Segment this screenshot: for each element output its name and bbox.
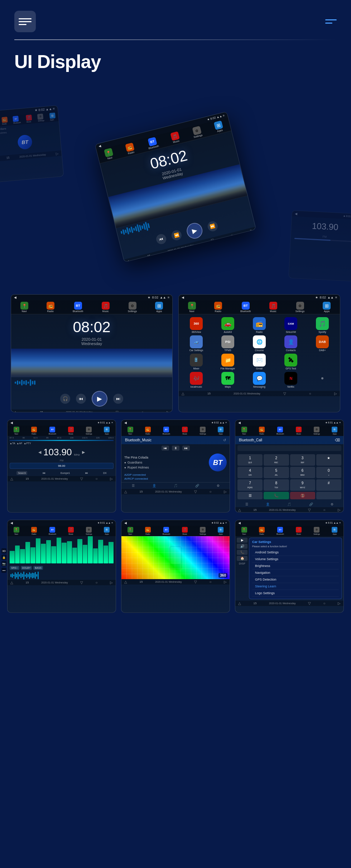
key-8[interactable]: 8TUV	[264, 479, 289, 491]
nav-settings-r[interactable]: ⚙ Settings	[295, 302, 304, 312]
three-col-grid-1: ◀ ★ 8:01 ▲▲ ≡ 📍Navi 📻Radio BTBluetooth 🎵…	[0, 420, 351, 513]
nav-navi-l[interactable]: 📍 Navi	[20, 302, 28, 312]
app-netflix[interactable]: N Netflix	[276, 372, 306, 388]
nav-music-r[interactable]: 🎵 Music	[269, 302, 277, 312]
setting-steering[interactable]: Steering Learn	[252, 583, 339, 590]
home-ctrl[interactable]: 🏠	[237, 556, 247, 561]
vol-ctrl[interactable]: 🔊	[237, 544, 247, 549]
nav-apps-l[interactable]: ⊞ Apps	[155, 302, 163, 312]
freq-left-arrow[interactable]: ◀	[38, 450, 41, 455]
prev-l[interactable]: ⏮	[76, 394, 86, 404]
bt-prev[interactable]: ⏮	[162, 446, 169, 451]
key-0plus[interactable]: 0+	[316, 467, 341, 478]
nav-radio-l[interactable]: 📻 Radio	[47, 302, 54, 312]
app-autokit[interactable]: 🚗 AutoKit	[213, 317, 242, 333]
play-button[interactable]: ▶	[185, 221, 204, 240]
end-call-button[interactable]: 📵	[290, 492, 315, 499]
nav-music[interactable]: 🎵 Music	[170, 131, 181, 144]
app-gpstest[interactable]: 🛰 GPS Test	[276, 354, 306, 370]
bt-call-bottom-icons[interactable]: ☰ 👤 🎵 🔗 ⚙	[235, 501, 343, 507]
menu-button[interactable]	[14, 11, 36, 32]
settings-dialog: Car Settings Please select a function bu…	[249, 538, 342, 599]
nav-radio-r[interactable]: 📻 Radio	[214, 302, 222, 312]
player-left[interactable]: 🎧 ⏮ ▶ ⏭	[11, 388, 172, 409]
app-carsettings[interactable]: 🚙 Car Settings	[182, 335, 211, 351]
freq-right-arrow[interactable]: ▶	[82, 450, 85, 455]
key-2[interactable]: 2REC	[264, 454, 289, 466]
setting-android[interactable]: Android Settings	[252, 549, 339, 556]
app-dab[interactable]: DAB DAB+	[308, 335, 337, 351]
forward-button[interactable]: ⏩	[207, 220, 219, 232]
app-filemanager[interactable]: 📁 File Manager	[213, 354, 242, 370]
search-button[interactable]: Search	[16, 471, 27, 475]
top-right-menu[interactable]	[325, 19, 337, 24]
nav-bt-r[interactable]: BT Bluetooth	[240, 302, 251, 312]
nav-settings-l[interactable]: ⚙ Settings	[128, 302, 137, 312]
bt-call-nav[interactable]: 📍Navi 📻Radio BTBluetooth 🎵Music ⚙Setting…	[235, 426, 343, 436]
bt-music-nav[interactable]: 📍Navi 📻Radio BTBluetooth 🎵Music ⚙Setting…	[121, 426, 230, 436]
key-7[interactable]: 7PQRS	[237, 479, 263, 491]
nav-bar-apps-right[interactable]: 📍 Navi 📻 Radio BT Bluetooth 🎵 Music ⚙	[179, 300, 340, 314]
setting-navigation[interactable]: Navigation	[252, 569, 339, 576]
prev-button[interactable]: ⏮	[155, 233, 167, 245]
app-sirius[interactable]: SXM SiriusXM	[276, 317, 306, 333]
play-l[interactable]: ▶	[92, 391, 107, 407]
nav-navi[interactable]: 📍 Navi	[104, 148, 114, 160]
bt-controls[interactable]: ⏮ ⏸ ⏭	[121, 444, 230, 452]
key-star[interactable]: ★	[316, 454, 341, 466]
radio-nav[interactable]: 📍Navi 📻Radio BTBluetooth 🎵Music ⚙Setting…	[8, 426, 116, 436]
radio-controls[interactable]: Search ⏮ Europe1 ⏭ DX	[8, 470, 116, 476]
bt-bottom-icons[interactable]: ☰ 👤 🎵 🔗 ⚙	[121, 482, 230, 489]
hero-main-device: ◀ ★ 8:02 ▲▲ ≡ 📍 Navi 📻 Radio BT Bl	[100, 117, 251, 257]
nav-navi-r[interactable]: 📍 Navi	[188, 302, 196, 312]
phone-ctrl[interactable]: 📞	[237, 550, 247, 555]
bt-play[interactable]: ⏸	[172, 446, 179, 451]
nav-settings[interactable]: ⚙ Settings	[191, 126, 203, 138]
key-9[interactable]: 9WXYZ	[290, 479, 315, 491]
app-360view[interactable]: 360 360View	[182, 317, 211, 333]
next-station[interactable]: ⏭	[85, 471, 88, 475]
key-3[interactable]: 3DEF	[290, 454, 315, 466]
prev-station[interactable]: ⏮	[43, 471, 45, 475]
keypad[interactable]: 1QLD 2REC 3DEF ★ 4GHI 5JKL 6MNO 0+ 7PQRS…	[235, 452, 343, 501]
nav-apps[interactable]: ⊞ Apps	[214, 120, 224, 132]
media-controls-left[interactable]: ▶ 🔊 📞 🏠 DISF	[237, 538, 247, 599]
setting-gps[interactable]: GPS Detection	[252, 576, 339, 583]
app-mixer[interactable]: 🎚 Mixer	[182, 354, 211, 370]
app-localmusic[interactable]: 🎶 localmusic	[182, 372, 211, 388]
app-tpms[interactable]: PSI TPMS	[213, 335, 242, 351]
app-messaging[interactable]: 💬 Messaging	[245, 372, 274, 388]
call-button[interactable]: 📞	[264, 492, 289, 499]
rewind-button[interactable]: ⏪	[170, 229, 183, 241]
next-l[interactable]: ⏭	[113, 394, 123, 404]
camera-nav[interactable]: 📍Navi 📻Radio BTBluetooth 🎵Music ⚙Setting…	[121, 526, 230, 536]
key-6[interactable]: 6MNO	[290, 467, 315, 478]
app-chrome[interactable]: 🌐 Chrome	[245, 335, 274, 351]
app-spotify[interactable]: 🎵 Spotify	[308, 317, 337, 333]
nav-radio[interactable]: 📻 Radio	[125, 142, 135, 155]
setting-volume[interactable]: Volume Settings	[252, 556, 339, 563]
bt-next[interactable]: ⏭	[182, 446, 190, 451]
key-5[interactable]: 5JKL	[264, 467, 289, 478]
app-maps[interactable]: 🗺 Maps	[213, 372, 242, 388]
key-4[interactable]: 4GHI	[237, 467, 263, 478]
nav-music-l[interactable]: 🎵 Music	[102, 302, 110, 312]
nav-bar-home-left[interactable]: 📍 Navi 📻 Radio BT Bluetooth 🎵 Music ⚙	[11, 300, 172, 314]
setting-logo[interactable]: Logo Settings	[252, 590, 339, 597]
play-ctrl[interactable]: ▶	[237, 538, 247, 543]
apps-screen-right: ◀ ★ 8:02 ▲▲ ≡ 📍 Navi 📻 Radio	[178, 294, 340, 412]
eq-nav[interactable]: 📍Navi 📻Radio BTBluetooth 🎵Music ⚙Setting…	[8, 526, 116, 536]
key-hash[interactable]: #	[316, 479, 341, 491]
nav-bt-l[interactable]: BT Bluetooth	[73, 302, 83, 312]
app-contacts[interactable]: 👤 Contacts	[276, 335, 306, 351]
contacts-icon[interactable]: ☰	[237, 492, 263, 499]
key-1[interactable]: 1QLD	[237, 454, 263, 466]
backspace-icon[interactable]: ⌫	[335, 438, 340, 442]
setting-brightness[interactable]: Brightness	[252, 563, 339, 569]
app-radio[interactable]: 📻 Radio	[245, 317, 274, 333]
nav-bluetooth[interactable]: BT Bluetooth	[146, 137, 159, 150]
app-gmail[interactable]: ✉️ Gmail	[245, 354, 274, 370]
car-settings-nav[interactable]: 📍Navi 📻Radio BTBluetooth 🎵Music ⚙Setting…	[235, 526, 343, 536]
call-input[interactable]	[237, 445, 341, 451]
nav-apps-r[interactable]: ⊞ Apps	[323, 302, 331, 312]
